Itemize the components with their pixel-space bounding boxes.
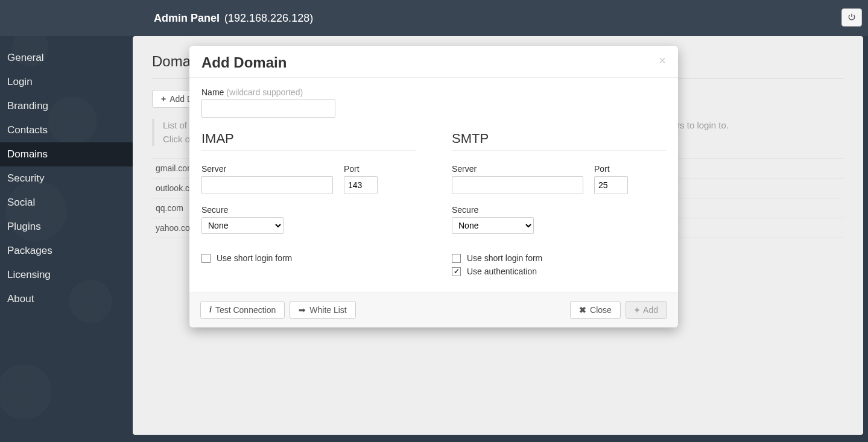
smtp-auth-row[interactable]: Use authentication [452, 267, 666, 276]
arrow-right-icon: ➡ [299, 305, 306, 315]
whitelist-button[interactable]: ➡ White List [290, 301, 355, 319]
sidebar-item-domains[interactable]: Domains [0, 142, 133, 166]
smtp-port-label: Port [594, 164, 628, 174]
imap-column: IMAP Server Port Secure None [201, 131, 416, 280]
sidebar-item-about[interactable]: About [0, 287, 133, 311]
sidebar-item-packages[interactable]: Packages [0, 239, 133, 263]
x-icon: ✖ [579, 305, 586, 315]
sidebar-item-label: Social [7, 197, 35, 208]
info-icon: i [209, 305, 212, 315]
sidebar-item-login[interactable]: Login [0, 70, 133, 94]
sidebar-item-label: Licensing [7, 269, 51, 280]
sidebar-item-label: Plugins [7, 221, 41, 232]
smtp-column: SMTP Server Port Secure None [452, 131, 666, 280]
smtp-server-input[interactable] [452, 176, 583, 194]
imap-port-input[interactable] [344, 176, 378, 194]
sidebar-item-label: Login [7, 76, 33, 87]
close-icon[interactable]: × [659, 54, 666, 66]
imap-secure-label: Secure [201, 205, 416, 215]
smtp-short-login-row[interactable]: Use short login form [452, 253, 666, 263]
app-ip: (192.168.226.128) [224, 12, 313, 25]
smtp-secure-select[interactable]: None [452, 217, 534, 234]
sidebar-item-label: Domains [7, 148, 48, 160]
add-domain-modal: Add Domain × Name (wildcard supported) I… [189, 46, 678, 327]
sidebar-item-label: Contacts [7, 124, 48, 136]
power-button[interactable] [841, 8, 862, 27]
sidebar-item-label: Branding [7, 100, 48, 112]
smtp-short-login-label: Use short login form [467, 253, 542, 263]
topbar: Admin Panel (192.168.226.128) [0, 0, 868, 36]
modal-title: Add Domain [201, 54, 287, 71]
sidebar-item-licensing[interactable]: Licensing [0, 263, 133, 287]
imap-heading: IMAP [201, 131, 416, 151]
smtp-auth-checkbox[interactable] [452, 267, 461, 276]
sidebar-item-social[interactable]: Social [0, 191, 133, 215]
test-connection-button[interactable]: i Test Connection [200, 301, 285, 319]
imap-port-label: Port [344, 164, 378, 174]
smtp-port-input[interactable] [594, 176, 628, 194]
whitelist-label: White List [309, 305, 346, 315]
sidebar-item-contacts[interactable]: Contacts [0, 118, 133, 142]
imap-server-label: Server [201, 164, 333, 174]
name-label-text: Name [201, 87, 224, 97]
power-icon [847, 11, 856, 24]
modal-footer: i Test Connection ➡ White List ✖ Close +… [189, 292, 678, 327]
sidebar-item-plugins[interactable]: Plugins [0, 215, 133, 239]
sidebar-item-label: General [7, 52, 43, 63]
imap-server-input[interactable] [201, 176, 333, 194]
smtp-server-label: Server [452, 164, 583, 174]
plus-icon: + [635, 305, 639, 315]
imap-short-login-label: Use short login form [217, 253, 292, 263]
name-field-label: Name (wildcard supported) [201, 87, 666, 97]
test-connection-label: Test Connection [215, 305, 276, 315]
add-label: Add [643, 305, 658, 315]
sidebar-item-label: Packages [7, 245, 52, 256]
sidebar-item-label: Security [7, 172, 44, 184]
close-label: Close [590, 305, 612, 315]
imap-short-login-row[interactable]: Use short login form [201, 253, 416, 263]
imap-secure-select[interactable]: None [201, 217, 284, 234]
modal-body: Name (wildcard supported) IMAP Server Po… [189, 78, 678, 292]
smtp-short-login-checkbox[interactable] [452, 254, 461, 263]
sidebar-item-label: About [7, 293, 34, 305]
smtp-secure-label: Secure [452, 205, 666, 215]
domain-name-input[interactable] [201, 99, 335, 118]
close-button[interactable]: ✖ Close [570, 301, 621, 319]
smtp-heading: SMTP [452, 131, 666, 151]
app-title: Admin Panel [154, 12, 220, 25]
sidebar-item-branding[interactable]: Branding [0, 94, 133, 118]
smtp-auth-label: Use authentication [467, 267, 537, 276]
sidebar-item-security[interactable]: Security [0, 166, 133, 191]
plus-icon: + [161, 94, 166, 104]
name-hint: (wildcard supported) [226, 87, 303, 97]
add-button[interactable]: + Add [626, 301, 667, 319]
modal-header: Add Domain × [189, 46, 678, 78]
sidebar-item-general[interactable]: General [0, 46, 133, 70]
sidebar: General Login Branding Contacts Domains … [0, 36, 133, 442]
imap-short-login-checkbox[interactable] [201, 254, 211, 263]
